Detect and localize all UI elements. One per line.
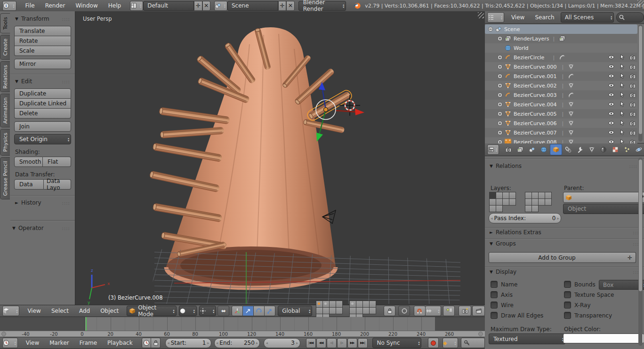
expand-icon[interactable] bbox=[497, 36, 503, 41]
pass-index-field[interactable]: ◂Pass Index: 0▸ bbox=[489, 213, 561, 223]
layer-toggle[interactable] bbox=[316, 301, 323, 308]
outliner-scrollbar[interactable] bbox=[638, 24, 643, 142]
outliner-item-BezierCurve.008[interactable]: BezierCurve.008| bbox=[485, 137, 637, 143]
selectability-cursor-icon[interactable] bbox=[619, 54, 625, 60]
new-group-button[interactable]: ✛ bbox=[624, 252, 636, 263]
properties-tab-texture[interactable] bbox=[610, 144, 621, 155]
menu-render[interactable]: Render bbox=[40, 2, 71, 9]
panel-relations-header[interactable]: ▼Relations:::: bbox=[485, 159, 644, 171]
selectability-cursor-icon[interactable] bbox=[619, 139, 625, 143]
menu-window[interactable]: Window bbox=[70, 2, 103, 9]
screen-layout-name-field[interactable]: Default bbox=[143, 1, 194, 11]
tool-shelf-tab-tools[interactable]: Tools bbox=[0, 13, 10, 33]
sync-dropdown[interactable]: No Sync ▴▾ bbox=[372, 338, 422, 348]
layer-toggle[interactable] bbox=[531, 198, 539, 206]
shade-flat-button[interactable]: Flat bbox=[43, 157, 71, 167]
frame-start-field[interactable]: ◂Start: 1▸ bbox=[165, 338, 211, 348]
expand-icon[interactable] bbox=[497, 73, 503, 79]
duplicate-linked-button[interactable]: Duplicate Linked bbox=[14, 99, 71, 109]
manipulator-scale-button[interactable] bbox=[265, 306, 275, 316]
layer-toggle[interactable] bbox=[545, 198, 552, 206]
properties-scrollbar[interactable] bbox=[638, 158, 643, 346]
layer-toggle[interactable] bbox=[509, 192, 516, 199]
expand-icon[interactable] bbox=[497, 55, 503, 60]
visibility-eye-icon[interactable] bbox=[608, 101, 614, 107]
menu-file[interactable]: File bbox=[20, 2, 40, 9]
renderability-camera-icon[interactable] bbox=[629, 120, 636, 127]
expand-icon[interactable] bbox=[497, 120, 503, 126]
checkbox-name[interactable] bbox=[491, 281, 498, 288]
layer-toggle[interactable] bbox=[349, 307, 356, 314]
outliner-item-BezierCurve.007[interactable]: BezierCurve.007| bbox=[485, 128, 637, 137]
tl-menu-marker[interactable]: Marker bbox=[44, 340, 74, 346]
outliner-item-BezierCurve.004[interactable]: BezierCurve.004| bbox=[485, 100, 637, 109]
visibility-eye-icon[interactable] bbox=[608, 139, 614, 143]
editor-type-outliner-button[interactable]: ▴▾ bbox=[487, 12, 504, 23]
layer-toggle[interactable] bbox=[531, 205, 539, 212]
renderability-camera-icon[interactable] bbox=[629, 139, 636, 143]
viewport-3d[interactable]: z x y User Persp (3) BezierCurve.008 bbox=[75, 11, 485, 305]
panel-groups-header[interactable]: ▼Groups:::: bbox=[485, 240, 644, 247]
screen-layout-icon-button[interactable]: ▴▾ bbox=[130, 1, 143, 11]
outliner-item-BezierCircle[interactable]: BezierCircle| bbox=[485, 53, 637, 62]
outliner-item-RenderLayers[interactable]: RenderLayers| bbox=[485, 34, 637, 43]
delete-scene-button[interactable]: ✕ bbox=[286, 1, 294, 11]
layer-toggle[interactable] bbox=[329, 301, 336, 308]
keying-set-dropdown[interactable]: ◆ ▴▾ bbox=[443, 338, 458, 348]
renderability-camera-icon[interactable] bbox=[629, 92, 636, 98]
layer-toggle[interactable] bbox=[356, 301, 363, 308]
checkbox-axis[interactable] bbox=[491, 291, 498, 298]
jump-to-start-button[interactable]: |◀◀ bbox=[306, 338, 316, 348]
object-color-swatch[interactable] bbox=[563, 333, 644, 343]
checkbox-wire[interactable] bbox=[491, 301, 498, 309]
visibility-eye-icon[interactable] bbox=[608, 82, 614, 88]
layer-toggle[interactable] bbox=[489, 205, 496, 212]
layer-toggle[interactable] bbox=[362, 307, 370, 314]
timeline-scroller-left[interactable] bbox=[1, 332, 6, 336]
timeline-ruler[interactable]: -40-200204060801001201401601802002202402… bbox=[0, 317, 485, 337]
layer-toggle[interactable] bbox=[496, 192, 503, 199]
layer-toggle[interactable] bbox=[336, 301, 343, 308]
manipulator-rotate-button[interactable] bbox=[254, 306, 265, 316]
layer-toggle[interactable] bbox=[322, 301, 330, 308]
outliner-item-BezierCurve.006[interactable]: BezierCurve.006| bbox=[485, 119, 637, 128]
v3d-menu-select[interactable]: Select bbox=[46, 308, 74, 314]
properties-tab-render-layers[interactable] bbox=[515, 144, 526, 155]
expand-icon[interactable] bbox=[497, 92, 503, 98]
tool-shelf-tab-physics[interactable]: Physics bbox=[0, 129, 10, 156]
data-transfer-data-button[interactable]: Data bbox=[14, 179, 44, 190]
collapse-icon[interactable] bbox=[488, 26, 493, 32]
render-engine-dropdown[interactable]: Blender Render ▴▾ bbox=[298, 1, 346, 11]
tool-shelf-tab-relations[interactable]: Relations bbox=[0, 61, 10, 93]
current-frame-field[interactable]: ◂ 3▸ bbox=[264, 338, 300, 348]
data-transfer-layout-button[interactable]: Data Layo bbox=[44, 179, 71, 190]
insert-keyframe-button[interactable] bbox=[461, 338, 485, 348]
layer-toggle[interactable] bbox=[509, 198, 516, 206]
mirror-button[interactable]: Mirror bbox=[14, 59, 71, 69]
selectability-cursor-icon[interactable] bbox=[619, 120, 625, 126]
editor-type-info-button[interactable]: i ▴▾ bbox=[2, 1, 16, 11]
outliner-filter-dropdown[interactable]: All Scenes ▴▾ bbox=[561, 12, 614, 23]
panel-edit-header[interactable]: ▼Edit:::: bbox=[10, 74, 75, 87]
join-button[interactable]: Join bbox=[14, 121, 71, 132]
checkbox-bounds[interactable] bbox=[564, 281, 571, 288]
v3d-menu-object[interactable]: Object bbox=[95, 308, 124, 314]
tool-shelf-tab-create[interactable]: Create bbox=[0, 35, 10, 60]
selectability-cursor-icon[interactable] bbox=[619, 101, 625, 107]
opengl-render-anim-button[interactable] bbox=[472, 306, 485, 316]
expand-icon[interactable] bbox=[497, 64, 503, 70]
outliner-item-BezierCurve.005[interactable]: BezierCurve.005| bbox=[485, 109, 637, 119]
renderability-camera-icon[interactable] bbox=[629, 63, 636, 70]
time-indicator-button[interactable] bbox=[142, 338, 152, 348]
layer-toggle[interactable] bbox=[349, 301, 356, 308]
add-to-group-button[interactable]: Add to Group bbox=[489, 252, 625, 263]
tl-menu-frame[interactable]: Frame bbox=[74, 340, 102, 346]
selectability-cursor-icon[interactable] bbox=[619, 129, 625, 135]
expand-icon[interactable] bbox=[497, 111, 503, 117]
editor-type-properties-button[interactable]: ▴▾ bbox=[487, 144, 499, 155]
parent-type-dropdown[interactable]: Object ▴▾ bbox=[563, 204, 644, 214]
viewport-shading-dropdown[interactable]: ▴▾ bbox=[179, 306, 197, 316]
properties-tab-world[interactable] bbox=[538, 144, 549, 155]
layer-toggle[interactable] bbox=[322, 307, 330, 314]
outliner-menu-view[interactable]: View bbox=[506, 14, 530, 21]
